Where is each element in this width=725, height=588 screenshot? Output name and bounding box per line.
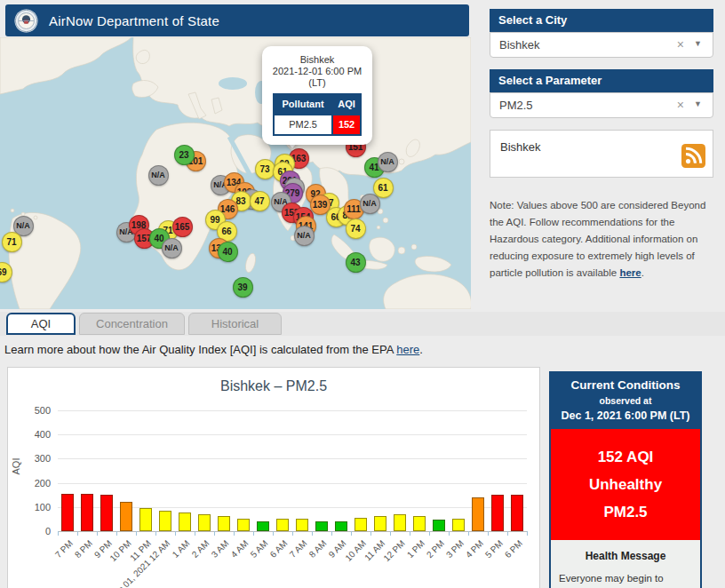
aqi-chart-panel: Bishkek – PM2.5 AQI 01002003004005007 PM… [7, 367, 540, 588]
x-tick-label: 1 AM [171, 538, 192, 560]
x-tick-label: 8 PM [72, 538, 93, 560]
x-tick-label: 5 AM [249, 538, 270, 560]
city-select[interactable]: Bishkek × ▼ [490, 32, 713, 58]
aqi-bar [139, 508, 152, 531]
popup-timezone: (LT) [266, 77, 369, 89]
aqi-bar [491, 495, 504, 531]
x-tick-mark [449, 531, 450, 536]
city-clear-icon[interactable]: × [677, 33, 684, 57]
select-city-header: Select a City [490, 9, 713, 32]
map-marker[interactable]: 39 [233, 277, 253, 298]
observed-time: Dec 1, 2021 6:00 PM (LT) [554, 409, 697, 422]
x-tick-label: 6 AM [268, 538, 290, 560]
health-message-block: Health Message Everyone may begin to exp… [551, 540, 700, 588]
note-here-link[interactable]: here [619, 267, 641, 278]
aqi-bar [276, 519, 289, 531]
world-aqi-map[interactable]: 10123N/AN/A7169N/A1981577140165N/AN/A134… [0, 37, 471, 309]
x-tick-mark [410, 531, 410, 536]
learn-more-text: Learn more about how the Air Quality Ind… [4, 343, 423, 356]
x-tick-mark [234, 531, 235, 536]
map-marker[interactable]: 73 [255, 159, 275, 179]
aqi-bar [179, 513, 191, 531]
map-marker[interactable]: 61 [373, 178, 394, 198]
city-select-value: Bishkek [499, 38, 540, 52]
map-marker[interactable]: N/A [294, 226, 315, 246]
aqi-bar [159, 511, 171, 531]
map-marker[interactable]: 47 [250, 191, 270, 211]
chart-title: Bishkek – PM2.5 [8, 378, 539, 394]
x-tick-mark [390, 531, 391, 536]
x-tick-mark [195, 531, 195, 536]
popup-aqi-value: 152 [332, 115, 361, 135]
aqi-bar [472, 497, 484, 531]
parameter-select-value: PM2.5 [499, 99, 533, 112]
x-tick-label: 10 AM [343, 538, 368, 563]
map-marker[interactable]: N/A [378, 152, 398, 172]
y-tick-label: 200 [15, 478, 51, 489]
x-tick-mark [273, 531, 274, 536]
x-tick-label: 10 PM [108, 538, 133, 563]
map-marker[interactable]: 43 [346, 252, 366, 273]
map-marker[interactable]: 165 [172, 217, 193, 237]
x-tick-mark [58, 531, 59, 536]
chart-plot-area: 01002003004005007 PM8 PM9 PM10 PM11 PMDe… [58, 410, 527, 532]
x-tick-mark [292, 531, 293, 536]
map-marker[interactable]: 71 [2, 232, 22, 252]
current-conditions-title: Current Conditions [554, 378, 697, 392]
aqi-bar [198, 514, 211, 531]
aqi-bar [355, 518, 367, 531]
x-tick-mark [97, 531, 98, 536]
y-tick-label: 0 [15, 526, 51, 536]
department-of-state-seal-icon [14, 9, 38, 33]
popup-datetime: 2021-12-01 6:00 PM [266, 66, 369, 77]
map-marker[interactable]: N/A [148, 165, 169, 186]
current-conditions-header: Current Conditions observed at Dec 1, 20… [551, 373, 700, 429]
map-marker[interactable]: N/A [162, 238, 182, 258]
aqi-bar [237, 519, 250, 531]
x-tick-label: 7 PM [52, 538, 74, 560]
x-tick-mark [136, 531, 137, 536]
app-header: AirNow Department of State [5, 4, 469, 36]
aqi-bar [100, 495, 113, 531]
x-tick-label: 6 PM [502, 538, 523, 560]
x-tick-label: 4 PM [463, 538, 484, 560]
rss-icon[interactable] [681, 144, 705, 171]
aqi-category-line: Unhealthy [551, 471, 700, 498]
parameter-clear-icon[interactable]: × [677, 93, 684, 117]
aqi-bar [433, 520, 445, 531]
x-tick-mark [488, 531, 489, 536]
x-tick-mark [429, 531, 430, 536]
aqi-bar [374, 516, 386, 531]
aqi-bar [218, 516, 230, 531]
y-tick-label: 400 [15, 429, 51, 440]
aqi-bar [335, 521, 347, 531]
x-tick-mark [331, 531, 332, 536]
x-tick-label: 8 AM [307, 538, 329, 560]
city-caret-icon[interactable]: ▼ [694, 32, 702, 56]
tab-concentration[interactable]: Concentration [79, 313, 185, 335]
parameter-select[interactable]: PM2.5 × ▼ [490, 92, 713, 118]
tab-aqi[interactable]: AQI [6, 313, 76, 335]
map-marker[interactable]: 23 [174, 145, 195, 165]
map-marker[interactable]: 40 [218, 242, 238, 262]
aqi-status-block: 152 AQI Unhealthy PM2.5 [551, 429, 700, 540]
aqi-bar [61, 494, 74, 531]
x-tick-mark [116, 531, 117, 536]
y-tick-label: 300 [15, 453, 51, 464]
observed-at-label: observed at [554, 395, 697, 406]
x-tick-label: 7 AM [288, 538, 309, 560]
popup-col-aqi: AQI [332, 94, 361, 115]
x-tick-mark [468, 531, 469, 536]
gridline [58, 410, 527, 411]
x-tick-mark [175, 531, 176, 536]
rss-feed-city: Bishkek [500, 140, 541, 154]
x-tick-mark [351, 531, 352, 536]
epa-here-link[interactable]: here [396, 343, 419, 356]
map-marker[interactable]: 74 [346, 219, 366, 239]
aqi-bar [511, 495, 523, 531]
parameter-caret-icon[interactable]: ▼ [694, 92, 702, 116]
x-tick-mark [77, 531, 78, 536]
x-tick-label: 2 AM [190, 538, 211, 560]
tab-historical[interactable]: Historical [188, 313, 282, 335]
x-tick-mark [507, 531, 508, 536]
